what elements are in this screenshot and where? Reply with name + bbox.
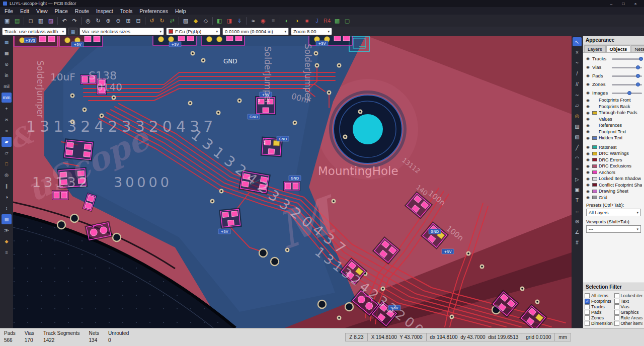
scripting-console-icon[interactable]: ≫ xyxy=(2,225,12,235)
select-tool-icon[interactable]: ↖ xyxy=(573,37,582,46)
place-footprint-icon[interactable]: ▱ xyxy=(573,101,582,110)
menu-route[interactable]: Route xyxy=(71,7,93,15)
checkbox[interactable]: ✓ xyxy=(585,304,590,309)
draw-arc-icon[interactable]: ◠ xyxy=(573,153,582,162)
rotate-cw-icon[interactable]: ↻ xyxy=(157,16,167,26)
filter-zones[interactable]: ✓ Zones xyxy=(585,315,613,320)
zone-fill-icon[interactable]: ▰ xyxy=(2,137,12,147)
save-icon[interactable]: ▣ xyxy=(2,16,12,26)
draw-line-icon[interactable]: ╱ xyxy=(573,143,582,152)
zoom-fit-icon[interactable]: ⊞ xyxy=(123,16,133,26)
eye-icon[interactable]: ◉ xyxy=(585,151,591,156)
checkbox[interactable]: ✓ xyxy=(614,293,619,298)
checkbox[interactable]: ✓ xyxy=(585,321,590,326)
find-icon[interactable]: ◎ xyxy=(83,16,93,26)
measure-tool-icon[interactable]: ∠ xyxy=(573,227,582,236)
menu-inspect[interactable]: Inspect xyxy=(93,7,117,15)
highlight-net-icon[interactable]: ~ xyxy=(573,58,582,67)
lock-icon[interactable]: ◆ xyxy=(191,16,201,26)
rotate-ccw-icon[interactable]: ↺ xyxy=(147,16,157,26)
eye-icon[interactable]: ◉ xyxy=(585,195,591,200)
eye-icon[interactable]: ◉ xyxy=(585,189,591,194)
opacity-slider[interactable] xyxy=(612,56,642,61)
footprint-editor-icon[interactable]: ◧ xyxy=(214,16,224,26)
plugin-jlc-icon[interactable]: J xyxy=(312,16,322,26)
plugin-teardrops-icon[interactable]: ◑ xyxy=(292,16,302,26)
checkbox[interactable]: ✓ xyxy=(614,315,619,320)
plugin-fillets-icon[interactable]: ◐ xyxy=(282,16,292,26)
plot-icon[interactable]: ▨ xyxy=(46,16,56,26)
eye-icon[interactable]: ◉ xyxy=(585,183,591,187)
track-width-select[interactable]: Track: use netclass width ▾ xyxy=(2,28,66,35)
place-via-icon[interactable]: ◎ xyxy=(573,111,582,120)
eye-icon[interactable]: ◉ xyxy=(585,129,591,134)
tune-length-icon[interactable]: ∼ xyxy=(573,90,582,99)
checkbox[interactable]: ✓ xyxy=(585,315,590,320)
checkbox[interactable]: ✓ xyxy=(614,310,619,315)
zoom-in-icon[interactable]: ⊕ xyxy=(103,16,113,26)
menu-tools[interactable]: Tools xyxy=(117,7,136,15)
draw-circle-icon[interactable]: ○ xyxy=(573,164,582,173)
flip-icon[interactable]: ⇄ xyxy=(167,16,177,26)
eye-icon[interactable]: ◉ xyxy=(585,65,591,69)
checkbox[interactable]: ✓ xyxy=(585,293,590,298)
opacity-slider[interactable] xyxy=(612,65,642,70)
route-tracks-icon[interactable]: / xyxy=(573,69,582,78)
net-inspector-icon[interactable]: ≡ xyxy=(268,16,278,26)
undo-icon[interactable]: ↶ xyxy=(59,16,69,26)
show-ratsnest-icon[interactable]: ≈ xyxy=(248,16,258,26)
eye-icon[interactable]: ◉ xyxy=(585,56,591,61)
eye-icon[interactable]: ◉ xyxy=(585,98,591,103)
tab-layers[interactable]: Layers xyxy=(584,45,606,52)
filter-text[interactable]: ✓ Text xyxy=(614,299,643,304)
tab-nets[interactable]: Nets xyxy=(631,45,644,52)
plugin-pcb-icon[interactable]: ■ xyxy=(302,16,312,26)
refresh-icon[interactable]: ↻ xyxy=(93,16,103,26)
units-mm-icon[interactable]: mm xyxy=(2,93,12,103)
zoom-selection-icon[interactable]: ⊟ xyxy=(133,16,143,26)
eye-icon[interactable]: ◉ xyxy=(585,164,591,168)
layer-select[interactable]: F.Cu (PgUp) ▾ xyxy=(166,28,220,35)
tab-objects[interactable]: Objects xyxy=(606,45,631,52)
eye-icon[interactable]: ◉ xyxy=(585,123,591,128)
filter-tracks[interactable]: ✓ Tracks xyxy=(585,304,613,309)
eye-icon[interactable]: ◉ xyxy=(585,73,591,78)
checkbox[interactable]: ✓ xyxy=(614,304,619,309)
filter-rule-areas[interactable]: ✓ Rule Areas xyxy=(614,315,643,320)
opacity-slider[interactable] xyxy=(612,73,642,78)
plugin-green-a-icon[interactable]: ▩ xyxy=(332,16,342,26)
plugin-green-b-icon[interactable]: ▢ xyxy=(342,16,352,26)
minimize-button[interactable]: – xyxy=(606,2,617,6)
dimension-icon[interactable]: ↔ xyxy=(573,206,582,215)
units-inch-icon[interactable]: in xyxy=(2,70,12,80)
page-settings-icon[interactable]: ◻ xyxy=(26,16,36,26)
flip-board-icon[interactable]: ↕ xyxy=(2,203,12,213)
place-image-icon[interactable]: ▣ xyxy=(573,185,582,194)
board-setup-icon[interactable]: ▤ xyxy=(12,16,22,26)
plugin-r4-icon[interactable]: R4 xyxy=(322,16,332,26)
place-text-icon[interactable]: T xyxy=(573,196,582,205)
viewports-select[interactable]: --- ▾ xyxy=(586,225,641,233)
toggle-grid-icon[interactable]: ▦ xyxy=(2,37,12,47)
menu-help[interactable]: Help xyxy=(172,7,190,15)
eye-icon[interactable]: ◉ xyxy=(585,170,591,175)
checkbox[interactable]: ✓ xyxy=(585,310,590,315)
zoom-out-icon[interactable]: ⊖ xyxy=(113,16,123,26)
local-ratsnest-icon[interactable]: × xyxy=(573,48,582,57)
checkbox[interactable]: ✓ xyxy=(614,321,619,326)
filter-locked-items[interactable]: ✓ Locked items xyxy=(614,293,643,298)
eye-icon[interactable]: ◉ xyxy=(585,145,591,149)
redo-icon[interactable]: ↷ xyxy=(69,16,79,26)
menu-preferences[interactable]: Preferences xyxy=(136,7,172,15)
eye-icon[interactable]: ◉ xyxy=(585,157,591,162)
grid-select[interactable]: 0.0100 mm (0.0004 in) ▾ xyxy=(222,28,289,35)
eye-icon[interactable]: ◉ xyxy=(585,91,591,95)
group-icon[interactable]: ▧ xyxy=(181,16,191,26)
eye-icon[interactable]: ◉ xyxy=(585,177,591,181)
drc-check-icon[interactable]: ◉ xyxy=(258,16,268,26)
filter-footprints[interactable]: ✓ Footprints xyxy=(585,299,613,304)
eye-icon[interactable]: ◉ xyxy=(585,117,591,121)
zone-outline-icon[interactable]: ▱ xyxy=(2,148,12,158)
eye-icon[interactable]: ◉ xyxy=(585,104,591,109)
grid-origin-icon[interactable]: # xyxy=(573,238,582,247)
